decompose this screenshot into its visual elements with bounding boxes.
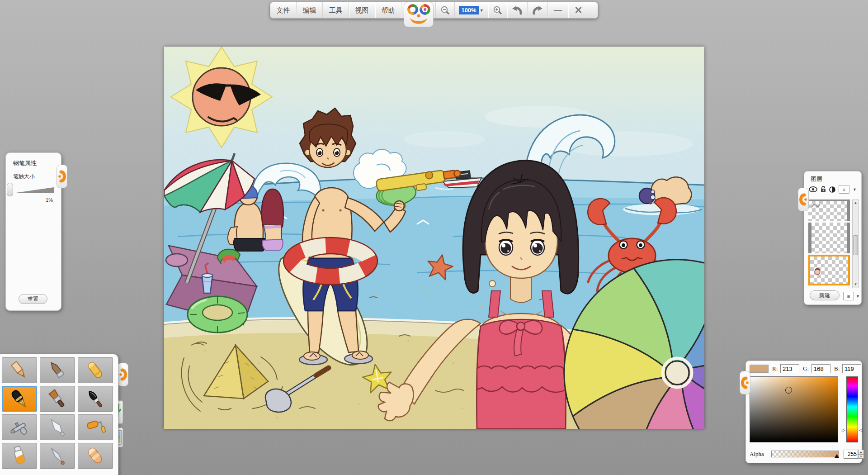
minimize-icon: —	[554, 5, 562, 15]
redo-button[interactable]	[528, 2, 548, 18]
layer-item-1[interactable]	[808, 200, 850, 221]
tool-crayon[interactable]	[78, 357, 113, 383]
layer-item-3-selected[interactable]	[808, 255, 850, 285]
scrollbar-thumb[interactable]	[853, 235, 858, 255]
zoom-level-combobox[interactable]: 100% ▼	[455, 2, 488, 18]
blade-icon	[46, 445, 69, 467]
tool-ink-brush[interactable]	[78, 386, 113, 412]
pen-panel-title: 钢笔属性	[13, 159, 37, 167]
scroll-up-icon[interactable]: ▲	[853, 200, 859, 206]
tool-flat-brush[interactable]	[40, 386, 75, 412]
current-color-swatch	[750, 365, 769, 373]
color-picker-panel: R: G: B: ▷ ◁ Alpha ▲ ▼	[745, 361, 862, 463]
zoom-in-icon	[493, 5, 503, 15]
tool-grid	[2, 357, 113, 469]
green-swim-ring	[188, 296, 247, 332]
red-input[interactable]	[780, 364, 799, 373]
reset-button[interactable]: 重置	[19, 294, 47, 304]
hue-slider[interactable]	[846, 376, 858, 442]
alpha-spinbox: ▲ ▼	[844, 450, 864, 459]
alpha-marker-icon[interactable]	[835, 454, 839, 458]
color-panel-collapse-tab[interactable]	[740, 371, 750, 394]
brush-size-slider-track[interactable]	[13, 187, 54, 193]
layer-item-2[interactable]	[808, 223, 850, 253]
pencil-icon	[8, 360, 31, 381]
tool-palette-knife[interactable]	[40, 414, 75, 440]
ink-brush-icon	[84, 388, 107, 410]
green-label: G:	[803, 365, 809, 372]
pen-properties-panel: 钢笔属性 笔触大小 1% 重置	[5, 152, 61, 311]
tool-charcoal[interactable]	[40, 357, 75, 383]
zoom-out-button[interactable]	[436, 2, 455, 18]
layer3-sketch-mark	[814, 267, 821, 276]
main-toolbar: 文件 编辑 工具 视图 帮助 10	[270, 2, 598, 19]
layer-list-scrollbar[interactable]: ▲ ▼	[852, 200, 859, 288]
alpha-input[interactable]	[844, 450, 858, 459]
zoom-out-icon	[440, 5, 450, 15]
airbrush-icon	[8, 417, 31, 438]
brush-size-slider-thumb[interactable]	[7, 183, 13, 196]
layer-list	[808, 200, 850, 288]
color-selection-marker[interactable]	[785, 387, 792, 394]
layers-panel-collapse-tab[interactable]	[798, 188, 809, 211]
orange-handle-icon	[798, 188, 808, 211]
visibility-eye-icon[interactable]	[809, 186, 817, 192]
orange-handle-icon	[57, 165, 67, 188]
menu-edit[interactable]: 编辑	[297, 2, 323, 18]
new-layer-button[interactable]: 新建	[810, 290, 840, 300]
pen-panel-collapse-tab[interactable]	[57, 165, 67, 188]
layer1-sketch-mark	[811, 202, 820, 209]
blend-half-circle-icon[interactable]	[829, 186, 835, 193]
tool-eraser[interactable]	[78, 443, 113, 469]
scroll-down-icon[interactable]: ▼	[853, 281, 859, 288]
drawing-canvas[interactable]	[164, 47, 704, 429]
tool-blade[interactable]	[40, 443, 75, 469]
brush-size-label: 笔触大小	[13, 173, 35, 180]
unlock-icon[interactable]	[821, 186, 826, 193]
layer-options-caret-icon[interactable]: ▼	[856, 294, 860, 299]
crayon-icon	[84, 360, 107, 381]
alpha-spin-down-icon[interactable]: ▼	[858, 454, 864, 459]
orange-handle-icon	[740, 371, 750, 394]
palette-knife-icon	[46, 417, 69, 438]
tool-fountain-pen-selected[interactable]	[2, 386, 37, 412]
saturation-value-gradient[interactable]	[750, 376, 838, 442]
sun-with-sunglasses	[171, 47, 272, 147]
layers-menu-caret-icon[interactable]: ▼	[853, 187, 857, 192]
close-button[interactable]: ✕	[568, 2, 589, 18]
tool-airbrush[interactable]	[2, 414, 37, 440]
zoom-dropdown-caret-icon[interactable]: ▼	[480, 8, 484, 13]
flat-brush-icon	[46, 388, 69, 410]
tool-paint-bottle[interactable]	[2, 443, 37, 469]
blue-label: B:	[834, 365, 840, 372]
layers-menu-button[interactable]: ≡	[839, 185, 849, 194]
tool-palette-collapse-tab[interactable]	[118, 363, 128, 386]
zoom-in-button[interactable]	[488, 2, 507, 18]
menu-file[interactable]: 文件	[270, 2, 297, 18]
layers-panel: 图层 ≡ ▼ ▲	[804, 171, 862, 305]
menu-help[interactable]: 帮助	[375, 2, 401, 18]
alpha-slider[interactable]	[771, 451, 839, 457]
close-icon: ✕	[574, 5, 582, 16]
menu-view[interactable]: 视图	[349, 2, 375, 18]
brush-size-value: 1%	[46, 197, 53, 203]
menu-tools[interactable]: 工具	[323, 2, 349, 18]
hue-marker-right-icon[interactable]: ◁	[859, 428, 863, 432]
paint-bottle-icon	[8, 445, 31, 467]
undo-icon	[511, 5, 523, 15]
fountain-pen-icon	[8, 388, 31, 410]
hue-marker-left-icon[interactable]: ▷	[842, 428, 845, 432]
tool-pencil[interactable]	[2, 357, 37, 383]
green-input[interactable]	[811, 364, 830, 373]
minimize-button[interactable]: —	[548, 2, 568, 18]
app-logo-cell	[401, 2, 436, 18]
zoom-level-value[interactable]: 100%	[459, 6, 478, 14]
layer-options-button[interactable]: ≡	[843, 292, 854, 300]
blue-input[interactable]	[842, 364, 861, 373]
paint-roller-icon	[84, 417, 107, 438]
charcoal-stick-icon	[46, 360, 69, 381]
alpha-spin-up-icon[interactable]: ▲	[858, 450, 864, 454]
paint-app-desktop: { "app": { "accent_color": "#f08a1a", "s…	[0, 0, 868, 475]
tool-paint-roller[interactable]	[78, 414, 113, 440]
undo-button[interactable]	[507, 2, 528, 18]
